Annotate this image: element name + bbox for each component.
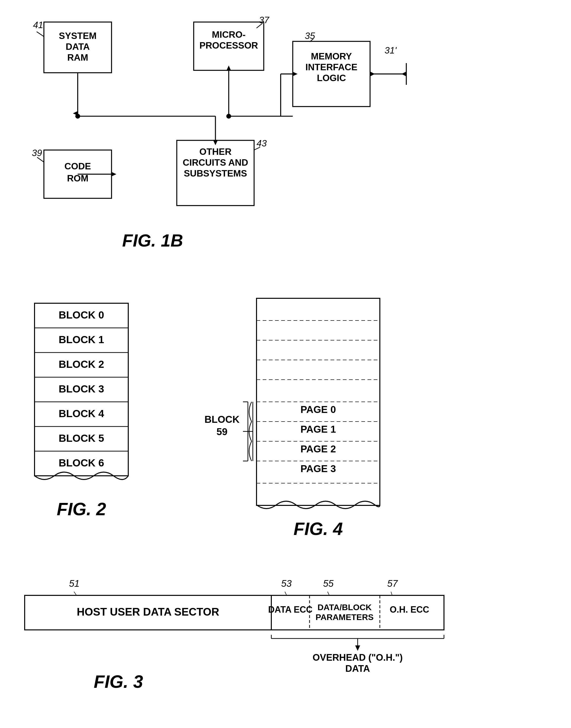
svg-text:DATA: DATA	[66, 41, 90, 52]
svg-text:FIG. 2: FIG. 2	[57, 499, 106, 519]
svg-text:PARAMETERS: PARAMETERS	[316, 612, 374, 622]
svg-text:BLOCK 0: BLOCK 0	[59, 309, 104, 321]
svg-text:MICRO-: MICRO-	[212, 29, 245, 40]
svg-text:53: 53	[281, 578, 292, 589]
svg-text:BLOCK 6: BLOCK 6	[59, 457, 104, 469]
svg-marker-109	[355, 645, 360, 651]
svg-text:PROCESSOR: PROCESSOR	[199, 40, 258, 50]
fig24-svg: BLOCK 0 BLOCK 1 BLOCK 2 BLOCK 3 BLOCK 4 …	[20, 288, 562, 560]
svg-text:39: 39	[32, 148, 42, 158]
svg-text:BLOCK 1: BLOCK 1	[59, 334, 104, 345]
svg-text:BLOCK 4: BLOCK 4	[59, 408, 104, 419]
svg-text:INTERFACE: INTERFACE	[305, 62, 357, 72]
svg-text:PAGE 1: PAGE 1	[301, 424, 336, 435]
svg-text:PAGE 2: PAGE 2	[301, 443, 336, 454]
svg-text:OVERHEAD ("O.H."): OVERHEAD ("O.H.")	[313, 652, 403, 663]
svg-text:RAM: RAM	[67, 52, 88, 62]
svg-text:35: 35	[305, 30, 315, 41]
fig1b-diagram: SYSTEM DATA RAM 41 MICRO- PROCESSOR 37 M…	[20, 15, 551, 274]
svg-line-5	[37, 32, 44, 37]
svg-point-44	[226, 114, 231, 119]
svg-text:DATA ECC: DATA ECC	[268, 604, 312, 615]
svg-text:OTHER: OTHER	[199, 146, 231, 157]
svg-text:LOGIC: LOGIC	[317, 73, 346, 83]
svg-line-95	[391, 592, 392, 595]
fig1b-section: SYSTEM DATA RAM 41 MICRO- PROCESSOR 37 M…	[20, 15, 551, 274]
svg-text:31': 31'	[384, 45, 397, 55]
svg-text:41: 41	[33, 20, 43, 30]
svg-point-45	[75, 114, 80, 119]
fig3-section: 51 53 55 57 HOST USER DATA SECTOR DATA E…	[20, 574, 551, 698]
svg-text:DATA/BLOCK: DATA/BLOCK	[318, 602, 372, 612]
page-container: SYSTEM DATA RAM 41 MICRO- PROCESSOR 37 M…	[0, 0, 571, 728]
svg-text:DATA: DATA	[345, 664, 370, 674]
svg-text:CIRCUITS AND: CIRCUITS AND	[183, 157, 248, 168]
svg-marker-20	[370, 71, 375, 77]
svg-text:FIG. 3: FIG. 3	[94, 672, 143, 692]
svg-text:HOST USER DATA SECTOR: HOST USER DATA SECTOR	[77, 606, 219, 618]
svg-text:SYSTEM: SYSTEM	[59, 30, 97, 41]
svg-line-93	[328, 592, 329, 595]
svg-line-89	[74, 592, 77, 595]
fig3-svg: 51 53 55 57 HOST USER DATA SECTOR DATA E…	[20, 574, 562, 703]
svg-text:PAGE 3: PAGE 3	[301, 463, 336, 474]
svg-text:BLOCK: BLOCK	[205, 414, 239, 425]
svg-text:SUBSYSTEMS: SUBSYSTEMS	[184, 168, 247, 178]
svg-line-91	[285, 592, 287, 595]
svg-text:PAGE 0: PAGE 0	[301, 404, 336, 415]
svg-text:CODE: CODE	[65, 161, 91, 171]
svg-marker-47	[111, 172, 116, 177]
svg-text:FIG. 4: FIG. 4	[294, 519, 343, 539]
svg-text:59: 59	[217, 426, 228, 437]
svg-text:51: 51	[69, 578, 80, 589]
svg-text:43: 43	[256, 138, 267, 148]
svg-text:FIG. 1B: FIG. 1B	[122, 231, 183, 250]
svg-text:BLOCK 5: BLOCK 5	[59, 432, 104, 444]
fig24-section: BLOCK 0 BLOCK 1 BLOCK 2 BLOCK 3 BLOCK 4 …	[20, 288, 551, 560]
svg-text:BLOCK 3: BLOCK 3	[59, 383, 104, 395]
svg-text:MEMORY: MEMORY	[311, 51, 352, 61]
svg-text:BLOCK 2: BLOCK 2	[59, 358, 104, 370]
svg-text:37: 37	[259, 15, 269, 25]
svg-text:55: 55	[323, 578, 334, 589]
svg-marker-21	[402, 71, 407, 77]
svg-text:O.H. ECC: O.H. ECC	[390, 604, 429, 615]
svg-text:57: 57	[387, 578, 398, 589]
